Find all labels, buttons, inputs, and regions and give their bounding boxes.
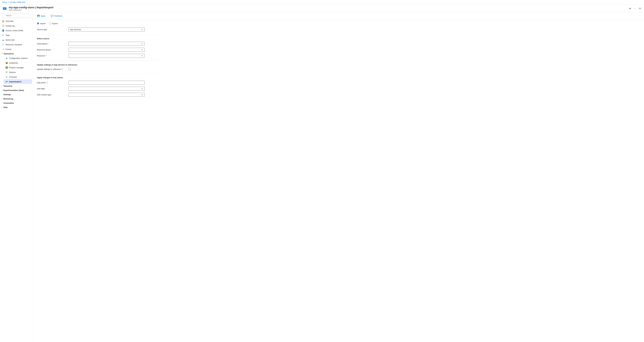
subscription-row: Subscription * bbox=[37, 42, 159, 46]
access-control-icon: 👤 bbox=[2, 29, 4, 32]
add-label-row: Add label bbox=[37, 87, 159, 91]
add-prefix-input[interactable] bbox=[68, 81, 144, 85]
sidebar-item-resource-visualizer[interactable]: ⬡ Resource visualizer bbox=[0, 42, 32, 47]
sidebar-section-label: Telemetry bbox=[3, 85, 12, 87]
overview-icon: 🏠 bbox=[2, 20, 4, 23]
close-button[interactable]: ✕ bbox=[638, 6, 642, 11]
sidebar-section-operations[interactable]: ▾ Operations bbox=[0, 52, 32, 56]
breadcrumb-home[interactable]: Home bbox=[2, 1, 7, 3]
chevron-right-icon: › bbox=[2, 94, 2, 95]
sidebar-item-label: Restore bbox=[9, 71, 16, 73]
search-input[interactable] bbox=[2, 14, 30, 18]
add-label-label: Add label bbox=[37, 88, 66, 90]
add-prefix-control bbox=[68, 81, 144, 85]
resource-required: * bbox=[46, 55, 46, 57]
activity-log-icon: 📋 bbox=[2, 25, 4, 27]
sidebar-item-label: Snapshots bbox=[9, 62, 18, 64]
sidebar-item-label: Import/export bbox=[9, 81, 21, 83]
events-icon: ⚡ bbox=[2, 48, 4, 51]
sidebar-search-area bbox=[0, 13, 32, 19]
import-radio[interactable] bbox=[37, 22, 39, 25]
select-source-heading: Select source bbox=[37, 38, 159, 40]
sidebar-item-feature-manager[interactable]: 🟩 Feature manager bbox=[4, 65, 32, 70]
import-radio-option[interactable]: Import bbox=[37, 22, 46, 25]
compare-icon: ⊡ bbox=[5, 76, 8, 78]
more-options-icon[interactable]: ··· bbox=[633, 7, 636, 11]
sidebar-operations-children: ⊞ Configuration explorer 📦 Snapshots 🟩 F… bbox=[0, 56, 32, 84]
sidebar-section-label: Experimentation (New) bbox=[3, 89, 24, 91]
breadcrumb-resource[interactable]: my-app-config-store bbox=[10, 1, 26, 3]
source-type-control: App Services Configuration File Azure Ap… bbox=[68, 28, 144, 32]
sidebar-section-label: Help bbox=[3, 106, 8, 108]
sidebar-item-compare[interactable]: ⊡ Compare bbox=[4, 75, 32, 79]
import-label: Import bbox=[40, 23, 46, 25]
header-actions: ★ ··· ✕ bbox=[628, 6, 642, 11]
subscription-control bbox=[68, 42, 144, 46]
sidebar-item-restore[interactable]: ↺ Restore bbox=[4, 70, 32, 75]
breadcrumb: Home > my-app-config-store bbox=[0, 0, 644, 5]
sidebar-item-import-export[interactable]: ⇄ Import/export bbox=[4, 79, 32, 84]
sidebar-item-configuration-explorer[interactable]: ⊞ Configuration explorer bbox=[4, 56, 32, 61]
sidebar-section-label: Settings bbox=[3, 94, 11, 96]
sidebar-item-overview[interactable]: 🏠 Overview bbox=[0, 19, 32, 24]
add-content-type-control bbox=[68, 93, 144, 97]
sidebar-section-experimentation[interactable]: › Experimentation (New) bbox=[0, 88, 32, 92]
update-settings-checkbox[interactable] bbox=[68, 68, 71, 71]
info-icon[interactable]: ⓘ bbox=[61, 68, 63, 71]
sidebar-section-label: Monitoring bbox=[3, 98, 13, 100]
chevron-right-icon: › bbox=[2, 90, 2, 91]
resource-visualizer-icon: ⬡ bbox=[2, 43, 4, 46]
sidebar-section-label: Operations bbox=[4, 53, 14, 55]
import-export-radio-group: Import Export bbox=[37, 22, 159, 25]
sidebar-section-automation[interactable]: › Automation bbox=[0, 101, 32, 105]
restore-icon: ↺ bbox=[5, 71, 8, 74]
subscription-required: * bbox=[48, 43, 49, 45]
sidebar: 🏠 Overview 📋 Activity log 👤 Access contr… bbox=[0, 13, 32, 342]
resource-group-select[interactable] bbox=[68, 48, 144, 52]
breadcrumb-separator: > bbox=[8, 1, 9, 3]
resource-select[interactable] bbox=[68, 54, 144, 58]
sidebar-item-events[interactable]: ⚡ Events bbox=[0, 47, 32, 52]
sidebar-item-tags[interactable]: 🏷 Tags bbox=[0, 33, 32, 38]
divider-3 bbox=[37, 73, 159, 74]
toolbar: 💾 Apply 💬 Feedback bbox=[32, 13, 644, 19]
export-radio[interactable] bbox=[49, 22, 51, 25]
apply-changes-heading: Apply changes to key-values bbox=[37, 77, 159, 79]
chevron-right-icon: › bbox=[2, 98, 2, 100]
main-layout: 🏠 Overview 📋 Activity log 👤 Access contr… bbox=[0, 13, 644, 342]
apply-button[interactable]: 💾 Apply bbox=[36, 14, 47, 18]
search-wrap bbox=[2, 14, 30, 18]
sidebar-item-activity-log[interactable]: 📋 Activity log bbox=[0, 24, 32, 28]
sidebar-section-monitoring[interactable]: › Monitoring bbox=[0, 97, 32, 101]
source-type-select[interactable]: App Services Configuration File Azure Ap… bbox=[68, 28, 144, 32]
chevron-right-icon: › bbox=[2, 102, 2, 104]
prefix-info-icon[interactable]: ⓘ bbox=[46, 82, 48, 84]
page-header: my-app-config-store | Import/export App … bbox=[0, 5, 644, 13]
sidebar-section-help[interactable]: › Help bbox=[0, 105, 32, 109]
source-type-label: Source type bbox=[37, 29, 66, 31]
sidebar-item-access-control[interactable]: 👤 Access control (IAM) bbox=[0, 28, 32, 33]
resource-icon bbox=[2, 6, 7, 11]
update-settings-control bbox=[68, 68, 144, 71]
add-label-select[interactable] bbox=[68, 87, 144, 91]
add-content-type-select[interactable] bbox=[68, 93, 144, 97]
add-prefix-row: Add prefix ⓘ bbox=[37, 81, 159, 85]
feature-manager-icon: 🟩 bbox=[5, 66, 8, 69]
subscription-select[interactable] bbox=[68, 42, 144, 46]
page-subtitle: App Configuration bbox=[9, 9, 627, 11]
sidebar-item-label: Resource visualizer bbox=[6, 44, 22, 46]
sidebar-section-telemetry[interactable]: › Telemetry bbox=[0, 84, 32, 88]
sidebar-item-label: Tags bbox=[6, 34, 10, 36]
snapshots-icon: 📦 bbox=[5, 62, 8, 64]
header-title-area: my-app-config-store | Import/export App … bbox=[9, 6, 627, 11]
favorite-icon[interactable]: ★ bbox=[628, 7, 632, 11]
config-explorer-icon: ⊞ bbox=[5, 57, 8, 60]
sidebar-item-snapshots[interactable]: 📦 Snapshots bbox=[4, 61, 32, 65]
export-radio-option[interactable]: Export bbox=[49, 22, 58, 25]
update-settings-label: Update settings to reference ⓘ bbox=[37, 68, 66, 71]
divider-2 bbox=[37, 61, 159, 61]
sidebar-item-quick-start[interactable]: ☁ Quick start bbox=[0, 38, 32, 42]
feedback-button[interactable]: 💬 Feedback bbox=[49, 14, 64, 18]
sidebar-section-settings[interactable]: › Settings bbox=[0, 92, 32, 97]
update-settings-row: Update settings to reference ⓘ bbox=[37, 68, 159, 71]
